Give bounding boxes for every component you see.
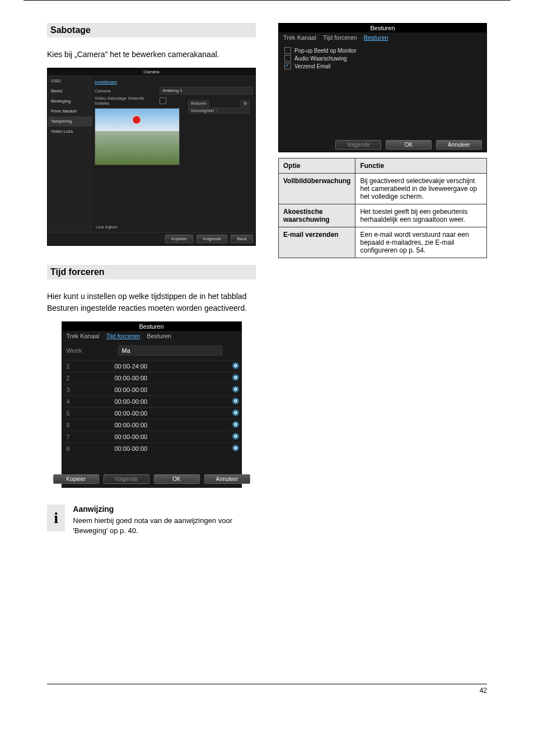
- schedule-row-time[interactable]: 00:00-00:00: [110, 372, 230, 384]
- schedule-row-time[interactable]: 00:00-24:00: [110, 361, 230, 372]
- tampering-heading: Sabotage: [47, 23, 256, 38]
- sidebar-item-osd[interactable]: OSD: [48, 76, 92, 86]
- schedule-row-time[interactable]: 00:00-00:00: [110, 396, 230, 407]
- besturen-tab-tijd[interactable]: Tijd forceren: [323, 34, 357, 41]
- besturen-tab-besturen[interactable]: Besturen: [364, 34, 388, 41]
- schedule-row-time[interactable]: 00:00-00:00: [110, 431, 230, 442]
- cb-row-email: Verzend Email: [284, 63, 481, 69]
- options-th-opt: Optie: [279, 158, 355, 174]
- tamper-enable-checkbox[interactable]: [160, 97, 166, 104]
- email-checkbox[interactable]: [284, 63, 291, 69]
- schedule-row-num: 3: [62, 384, 110, 395]
- besturen-annuleer-button[interactable]: Annuleer: [436, 140, 482, 150]
- schedule-row-num: 1: [62, 361, 110, 372]
- schedule-row-time[interactable]: 00:00-00:00: [110, 384, 230, 395]
- camera-right-panel: Besturen⚙ Gevoeligheid: [188, 100, 250, 114]
- options-cell-func: Het toestel geeft bij een gebeurtenis he…: [355, 204, 487, 227]
- schedule-row: 500:00-00:00: [62, 407, 241, 419]
- camera-back-button[interactable]: Back: [231, 235, 253, 243]
- besturen-ok-button[interactable]: OK: [386, 140, 432, 150]
- camera-main-pane: Instellingen Camera Analoog 1 Video-Sabo…: [92, 76, 255, 232]
- schedule-tab-besturen[interactable]: Besturen: [147, 333, 171, 339]
- cb-row-audio: Audio Waarschuwing: [284, 55, 481, 62]
- schedule-heading: Tijd forceren: [47, 265, 256, 279]
- camera-select-label: Camera: [95, 88, 156, 94]
- schedule-row-gear-icon[interactable]: [232, 362, 239, 369]
- schedule-tabs: Trek Kanaal Tijd forceren Besturen: [62, 331, 241, 341]
- schedule-row-time[interactable]: 00:00-00:00: [110, 419, 230, 431]
- live-view-link[interactable]: Live Kijken: [96, 225, 118, 230]
- schedule-row: 200:00-00:00: [62, 372, 241, 384]
- sidebar-item-tampering[interactable]: Tampering: [48, 116, 92, 127]
- schedule-row-gear-icon[interactable]: [232, 409, 239, 416]
- note-title: Aanwijzing: [73, 505, 256, 514]
- schedule-row-gear-icon[interactable]: [232, 445, 239, 451]
- schedule-row-time[interactable]: 00:00-00:00: [110, 443, 230, 454]
- options-row: Akoestische waarschuwing Het toestel gee…: [279, 204, 487, 227]
- besturen-window-title: Besturen: [279, 24, 486, 32]
- gevoeligheid-field[interactable]: [217, 108, 250, 114]
- audio-checkbox-label: Audio Waarschuwing: [294, 55, 347, 62]
- besturen-volgende-button[interactable]: Volgende: [335, 140, 381, 150]
- page-number: 42: [480, 687, 487, 694]
- schedule-tab-tijd[interactable]: Tijd forceren: [106, 333, 140, 339]
- audio-checkbox[interactable]: [284, 55, 291, 62]
- schedule-row-num: 7: [62, 431, 110, 442]
- options-cell-opt: Akoestische waarschuwing: [279, 204, 355, 227]
- schedule-week-select[interactable]: Ma: [118, 346, 222, 356]
- camera-sidebar: OSD Beeld Beweging Privé Masker Tamperin…: [48, 76, 92, 232]
- schedule-row: 700:00-00:00: [62, 431, 241, 442]
- sidebar-item-beweging[interactable]: Beweging: [48, 96, 92, 106]
- camera-kopieer-button[interactable]: Kopieer: [165, 235, 193, 243]
- camera-window-title: Camera: [48, 68, 255, 76]
- note-text: Neem hierbij goed nota van de aanwijzing…: [73, 516, 256, 536]
- schedule-row-gear-icon[interactable]: [232, 398, 239, 404]
- schedule-annuleer-button[interactable]: Annuleer: [204, 474, 250, 484]
- options-cell-func: Een e-mail wordt verstuurd naar een bepa…: [355, 227, 487, 258]
- schedule-row-num: 6: [62, 419, 110, 431]
- besturen-gear-icon[interactable]: ⚙: [241, 100, 250, 107]
- sidebar-item-beeld[interactable]: Beeld: [48, 86, 92, 96]
- schedule-row-gear-icon[interactable]: [232, 433, 239, 440]
- email-checkbox-label: Verzend Email: [294, 63, 330, 69]
- schedule-row-num: 2: [62, 372, 110, 384]
- sidebar-item-videoloss[interactable]: Video Loss: [48, 127, 92, 137]
- note-box: i Aanwijzing Neem hierbij goed nota van …: [47, 505, 256, 536]
- options-cell-opt: Vollbildüberwachung: [279, 174, 355, 204]
- camera-settings-link[interactable]: Instellingen: [95, 80, 117, 85]
- options-table: Optie Functie Vollbildüberwachung Bij ge…: [278, 158, 487, 258]
- camera-select-field[interactable]: Analoog 1: [160, 87, 253, 95]
- info-icon: i: [47, 505, 65, 531]
- schedule-week-label: Week: [62, 345, 110, 356]
- schedule-row-gear-icon[interactable]: [232, 374, 239, 381]
- popup-checkbox-label: Pop-up Beeld op Monitor: [294, 48, 357, 54]
- schedule-ok-button[interactable]: OK: [154, 474, 200, 484]
- schedule-volgende-button[interactable]: Volgende: [104, 474, 149, 484]
- schedule-tab-trek[interactable]: Trek Kanaal: [67, 333, 100, 339]
- schedule-row-gear-icon[interactable]: [232, 421, 239, 428]
- besturen-tab-trek[interactable]: Trek Kanaal: [283, 34, 316, 41]
- camera-window: Camera OSD Beeld Beweging Privé Masker T…: [47, 68, 256, 246]
- options-row: E-mail verzenden Een e-mail wordt verstu…: [279, 227, 487, 258]
- schedule-window: Besturen Trek Kanaal Tijd forceren Bestu…: [62, 321, 242, 488]
- schedule-row: 600:00-00:00: [62, 419, 241, 431]
- page-footer: 42: [47, 684, 487, 694]
- schedule-row-gear-icon[interactable]: [232, 386, 239, 393]
- schedule-body: Week Ma 100:00-24:00200:00-00:00300:00-0…: [62, 341, 241, 471]
- options-row: Vollbildüberwachung Bij geactiveerd sele…: [279, 174, 487, 204]
- schedule-row-time[interactable]: 00:00-00:00: [110, 408, 230, 419]
- popup-checkbox[interactable]: [284, 47, 291, 54]
- tamper-enable-label: Video-Sabotage Detectie Instelle.: [95, 96, 156, 106]
- schedule-row: 300:00-00:00: [62, 384, 241, 395]
- options-cell-opt: E-mail verzenden: [279, 227, 355, 258]
- schedule-window-title: Besturen: [62, 322, 241, 331]
- camera-volgende-button[interactable]: Volgende: [196, 235, 227, 243]
- schedule-kopieer-button[interactable]: Kopieer: [53, 474, 99, 484]
- camera-footer: Kopieer Volgende Back: [48, 232, 255, 245]
- sidebar-item-privemasker[interactable]: Privé Masker: [48, 106, 92, 116]
- cb-row-popup: Pop-up Beeld op Monitor: [284, 47, 481, 54]
- schedule-row-num: 5: [62, 408, 110, 419]
- intro-paragraph: Kies bij „Camera" het te bewerken camera…: [47, 49, 256, 60]
- camera-preview-marker-icon: [132, 115, 141, 124]
- besturen-label: Besturen: [188, 100, 209, 107]
